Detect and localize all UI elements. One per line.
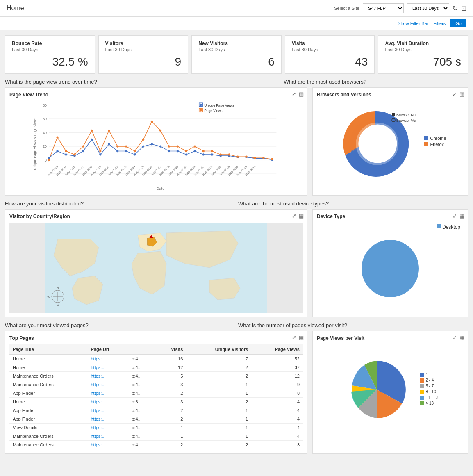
page-url-cell[interactable]: https:... xyxy=(87,389,128,398)
site-select[interactable]: S47 FLP xyxy=(363,3,404,13)
browsers-chart-title: Browsers and Versions xyxy=(317,92,464,98)
table-row: Maintenance Orders https:... p:4... 3 1 … xyxy=(9,380,303,389)
trend-chart-icons: ⤢ ▦ xyxy=(292,91,304,97)
pvv-gt13-label: > 13 xyxy=(425,401,434,405)
svg-point-97 xyxy=(359,128,391,160)
svg-point-49 xyxy=(142,139,144,141)
screenshot-button[interactable]: ⊡ xyxy=(461,5,466,12)
map-icons: ⤢ ▦ xyxy=(292,213,304,219)
page-title-cell: App Finder xyxy=(9,415,87,424)
map-bar-button[interactable]: ▦ xyxy=(299,213,304,219)
stat-card-new-visitors: New Visitors Last 30 Days 6 xyxy=(191,35,282,74)
visits-cell: 12 xyxy=(156,363,186,372)
stat-card-visits: Visits Last 30 Days 43 xyxy=(285,35,375,74)
trend-browsers-row: Page View Trend ⤢ ▦ 80 60 40 xyxy=(5,87,468,196)
pageviews-cell: 4 xyxy=(251,424,303,432)
trend-bar-button[interactable]: ▦ xyxy=(299,91,304,97)
period-select[interactable]: Last 30 Days xyxy=(407,3,449,13)
svg-point-21 xyxy=(134,153,136,155)
pvv-bar-button[interactable]: ▦ xyxy=(459,335,464,341)
page-url-cell[interactable]: https:... xyxy=(87,355,128,363)
go-button[interactable]: Go xyxy=(450,19,466,27)
page-title: Home xyxy=(7,5,24,12)
pageviews-cell: 3 xyxy=(251,441,303,449)
stat-value: 32.5 % xyxy=(12,55,88,68)
map-expand-button[interactable]: ⤢ xyxy=(292,213,296,219)
filters-link[interactable]: Filters xyxy=(433,21,446,26)
page-url-cell[interactable]: https:... xyxy=(87,363,128,372)
refresh-button[interactable]: ↻ xyxy=(453,5,458,12)
page-url-cell[interactable]: https:... xyxy=(87,398,128,406)
col-param[interactable] xyxy=(128,344,156,355)
top-pages-bar-button[interactable]: ▦ xyxy=(299,335,304,341)
device-pie-svg xyxy=(357,236,423,301)
page-title-cell: App Finder xyxy=(9,406,87,415)
page-url-cell[interactable]: https:... xyxy=(87,406,128,415)
trend-expand-button[interactable]: ⤢ xyxy=(292,91,296,97)
page-param-cell: p:4... xyxy=(128,415,156,424)
stat-title: Bounce Rate xyxy=(12,41,88,46)
top-pages-expand-button[interactable]: ⤢ xyxy=(292,335,296,341)
map-device-row: Visitor by Country/Region ⤢ ▦ xyxy=(5,209,468,317)
page-title-cell: View Details xyxy=(9,424,87,432)
col-unique[interactable]: Unique Visitors xyxy=(186,344,251,355)
col-pageviews[interactable]: Page Views xyxy=(251,344,303,355)
top-pages-table-container[interactable]: Page Title Page Url Visits Unique Visito… xyxy=(9,344,303,449)
svg-point-38 xyxy=(48,159,50,161)
svg-point-111 xyxy=(362,240,419,297)
page-url-cell[interactable]: https:... xyxy=(87,441,128,449)
svg-point-40 xyxy=(65,150,67,152)
svg-text:Page Views: Page Views xyxy=(204,109,222,113)
browsers-donut-area: Browser Name Browser Version Chrome Fire… xyxy=(317,101,464,183)
show-filter-bar-link[interactable]: Show Filter Bar xyxy=(398,21,428,26)
svg-point-41 xyxy=(73,153,75,155)
browsers-expand-button[interactable]: ⤢ xyxy=(453,91,457,97)
stat-subtitle: Last 30 Days xyxy=(105,47,182,52)
device-type-title: Device Type xyxy=(317,214,464,219)
page-param-cell: p:4... xyxy=(128,363,156,372)
page-param-cell: p:4... xyxy=(128,441,156,449)
page-url-cell[interactable]: https:... xyxy=(87,380,128,389)
pvv-gt13-color xyxy=(420,401,424,405)
page-url-cell[interactable]: https:... xyxy=(87,415,128,424)
stat-card-visitors: Visitors Last 30 Days 9 xyxy=(98,35,189,74)
browsers-bar-button[interactable]: ▦ xyxy=(459,91,464,97)
pvv-expand-button[interactable]: ⤢ xyxy=(453,335,457,341)
page-url-cell[interactable]: https:... xyxy=(87,372,128,380)
visits-cell: 1 xyxy=(156,432,186,441)
stats-row: Bounce Rate Last 30 Days 32.5 % Visitors… xyxy=(5,35,468,74)
pvv-2-4-label: 2 - 4 xyxy=(425,378,434,383)
pageviews-cell: 4 xyxy=(251,398,303,406)
svg-point-46 xyxy=(116,145,118,147)
svg-point-26 xyxy=(177,150,179,152)
svg-point-64 xyxy=(271,158,273,160)
svg-text:Date: Date xyxy=(157,186,165,191)
firefox-legend-color xyxy=(424,142,428,146)
trend-chart-area: 80 60 40 20 0 xyxy=(9,101,303,191)
page-url-cell[interactable]: https:... xyxy=(87,432,128,441)
svg-point-42 xyxy=(82,145,84,147)
device-bar-button[interactable]: ▦ xyxy=(459,213,464,219)
svg-text:40: 40 xyxy=(43,131,47,135)
svg-point-17 xyxy=(99,153,101,155)
svg-point-44 xyxy=(99,150,101,152)
page-url-cell[interactable]: https:... xyxy=(87,424,128,432)
table-row: Home https:... p:8... 3 2 4 xyxy=(9,398,303,406)
svg-text:0: 0 xyxy=(45,158,47,162)
col-page-title[interactable]: Page Title xyxy=(9,344,87,355)
device-pie-area xyxy=(317,232,464,305)
page-param-cell: p:4... xyxy=(128,355,156,363)
device-expand-button[interactable]: ⤢ xyxy=(453,213,457,219)
page-param-cell: p:4... xyxy=(128,389,156,398)
pvv-2-4-color xyxy=(420,378,424,383)
main-content: Bounce Rate Last 30 Days 32.5 % Visitors… xyxy=(0,30,473,464)
stat-card-bounce-rate: Bounce Rate Last 30 Days 32.5 % xyxy=(5,35,95,74)
svg-point-30 xyxy=(211,153,213,155)
table-row: Maintenance Orders https:... p:4... 5 2 … xyxy=(9,372,303,380)
col-page-url[interactable]: Page Url xyxy=(87,344,128,355)
col-visits[interactable]: Visits xyxy=(156,344,186,355)
svg-point-28 xyxy=(194,150,196,152)
unique-cell: 2 xyxy=(186,398,251,406)
stat-value: 705 s xyxy=(385,55,461,68)
unique-cell: 7 xyxy=(186,355,251,363)
